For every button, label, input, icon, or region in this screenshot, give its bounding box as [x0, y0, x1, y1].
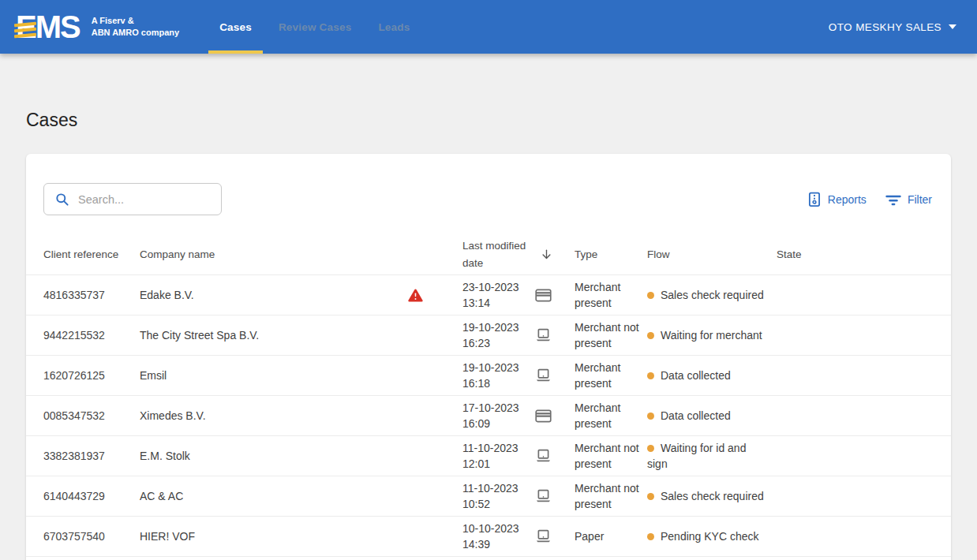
filter-label: Filter: [908, 193, 932, 206]
state-label: Waiting for merchant: [661, 329, 762, 342]
search-icon: [54, 192, 69, 207]
company-name: HIER! VOF: [140, 528, 195, 544]
tab-cases-label: Cases: [219, 21, 252, 33]
sort-descending-icon[interactable]: [535, 248, 575, 261]
card-terminal-icon: [535, 409, 552, 423]
state-cell: Waiting for merchant: [647, 327, 764, 343]
logo-tagline-line2: ABN AMRO company: [92, 27, 179, 39]
laptop-icon: [535, 489, 552, 503]
state-dot-icon: [647, 533, 654, 540]
state-label: Sales check required: [661, 289, 764, 301]
state-label: Waiting for id and sign: [647, 442, 746, 470]
table-header-row: Client reference Company name Last modif…: [26, 234, 951, 275]
search-box[interactable]: [43, 183, 222, 215]
state-dot-icon: [647, 413, 654, 420]
logo-tagline: A Fiserv & ABN AMRO company: [92, 15, 179, 39]
modified-date: 19-10-2023: [462, 360, 535, 375]
company-name: AC & AC: [140, 488, 183, 504]
table-row[interactable]: 6140443729 AC & AC 11-10-2023 10:52: [26, 476, 951, 517]
modified-date: 11-10-2023: [462, 480, 535, 496]
company-name: The City Street Spa B.V.: [140, 327, 259, 343]
laptop-icon: [535, 529, 552, 543]
type-cell: [535, 449, 575, 463]
modified-time: 12:01: [462, 456, 535, 472]
table-row[interactable]: 6703757540 HIER! VOF 10-10-2023 14:39: [26, 517, 951, 557]
warning-icon: [408, 289, 423, 302]
card-terminal-icon: [535, 289, 552, 302]
state-label: Data collected: [661, 369, 731, 382]
company-name: Edake B.V.: [140, 287, 194, 303]
column-header-state: State: [777, 246, 934, 263]
client-reference-cell: 4816335737: [43, 287, 140, 303]
state-cell: Sales check required: [647, 488, 764, 504]
state-dot-icon: [647, 445, 654, 452]
tab-cases[interactable]: Cases: [206, 0, 265, 54]
flow-cell: Merchant not present: [575, 319, 647, 351]
modified-date: 23-10-2023: [462, 279, 535, 295]
state-label: Data collected: [661, 409, 731, 422]
table-toolbar: Reports Filter: [26, 154, 951, 215]
flow-cell: Merchant present: [575, 279, 647, 311]
laptop-icon: [535, 368, 552, 383]
modified-time: 16:18: [462, 375, 535, 391]
client-reference-cell: 3382381937: [43, 448, 140, 464]
filter-icon: [885, 193, 901, 206]
table-row[interactable]: 0085347532 Ximedes B.V. 17-10-2023 16:09: [26, 396, 951, 436]
table-row[interactable]: 3382381937 E.M. Stolk 11-10-2023 12:01: [26, 436, 951, 476]
state-dot-icon: [647, 332, 654, 339]
toolbar-actions: Reports Filter: [807, 192, 932, 207]
flow-cell: Merchant present: [575, 360, 647, 391]
flow-cell: Merchant present: [575, 400, 647, 431]
modified-date: 10-10-2023: [462, 521, 535, 536]
last-modified-cell: 19-10-2023 16:18: [462, 360, 535, 391]
tab-review-cases[interactable]: Review Cases: [265, 0, 365, 54]
ems-logo-wordmark: EMS: [16, 11, 83, 43]
state-dot-icon: [647, 493, 654, 500]
state-cell: Sales check required: [647, 287, 764, 303]
last-modified-cell: 11-10-2023 10:52: [462, 480, 535, 512]
laptop-icon: [535, 328, 552, 342]
client-reference-cell: 6703757540: [43, 528, 140, 544]
state-label: Sales check required: [661, 490, 764, 502]
client-reference-cell: 1620726125: [43, 368, 140, 383]
type-cell: [535, 409, 575, 423]
report-file-icon: [807, 192, 822, 207]
last-modified-cell: 23-10-2023 13:14: [462, 279, 535, 311]
company-name-cell: Emsil: [140, 368, 462, 383]
type-cell: [535, 368, 575, 383]
company-name: E.M. Stolk: [140, 448, 190, 464]
column-header-last-modified[interactable]: Last modified date: [462, 237, 535, 271]
type-cell: [535, 529, 575, 543]
type-cell: [535, 489, 575, 503]
table-row[interactable]: 4816335737 Edake B.V. 23-10-2023 13:14: [26, 275, 951, 315]
table-row[interactable]: 9442215532 The City Street Spa B.V. 19-1…: [26, 315, 951, 356]
modified-time: 14:39: [462, 536, 535, 552]
company-name-cell: Ximedes B.V.: [140, 408, 462, 424]
modified-date: 11-10-2023: [462, 440, 535, 456]
tab-leads[interactable]: Leads: [365, 0, 423, 54]
table-body: 4816335737 Edake B.V. 23-10-2023 13:14: [26, 275, 951, 557]
last-modified-cell: 10-10-2023 14:39: [462, 521, 535, 552]
state-cell: Data collected: [647, 368, 764, 383]
state-dot-icon: [647, 372, 654, 379]
modified-time: 13:14: [462, 295, 535, 311]
caret-down-icon: [949, 24, 956, 29]
tab-leads-label: Leads: [378, 21, 410, 33]
reports-button[interactable]: Reports: [807, 192, 867, 207]
state-cell: Data collected: [647, 408, 764, 424]
modified-time: 16:23: [462, 335, 535, 351]
modified-time: 16:09: [462, 416, 535, 431]
table-row[interactable]: 1620726125 Emsil 19-10-2023 16:18: [26, 356, 951, 396]
reports-label: Reports: [828, 193, 867, 206]
search-input[interactable]: [78, 193, 211, 206]
flow-cell: Merchant not present: [575, 440, 647, 472]
ems-logo[interactable]: EMS A Fiserv & ABN AMRO company: [16, 11, 179, 43]
cases-page: Cases Reports: [0, 110, 977, 560]
cases-table-card: Reports Filter Client reference Company …: [26, 154, 951, 560]
last-modified-cell: 19-10-2023 16:23: [462, 319, 535, 351]
user-account-menu[interactable]: OTO MESKHY SALES: [829, 21, 956, 33]
type-cell: [535, 289, 575, 302]
filter-button[interactable]: Filter: [885, 193, 932, 206]
logo-text: EMS: [16, 9, 80, 44]
last-modified-cell: 11-10-2023 12:01: [462, 440, 535, 472]
